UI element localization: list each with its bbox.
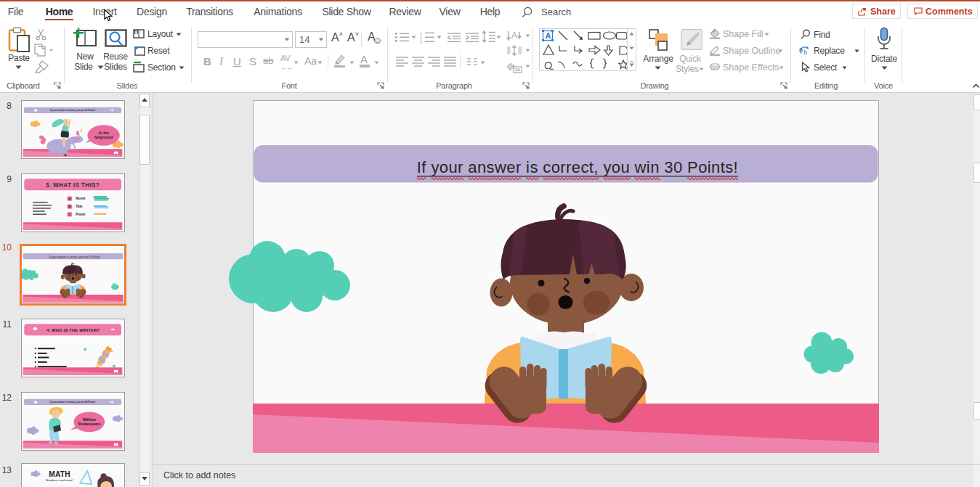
svg-text:C: C [68,213,70,216]
svg-text:4. WHO IS THE WRITER?: 4. WHO IS THE WRITER? [46,328,100,332]
svg-text:B: B [68,205,70,208]
svg-text:3: 3 [420,40,423,44]
svg-text:MATH: MATH [49,470,70,478]
svg-text:Poem: Poem [76,213,85,216]
svg-text:William: William [83,417,96,422]
svg-text:A: A [511,30,517,41]
svg-text:A: A [546,31,551,40]
svg-text:b: b [803,49,807,56]
svg-text:At the: At the [98,131,108,135]
svg-text:Novel: Novel [76,197,85,200]
svg-text:Tale: Tale [76,205,83,208]
svg-text:A: A [68,197,70,200]
svg-text:Numbers and more!: Numbers and more! [46,478,73,482]
svg-text:If your answer is correct, you: If your answer is correct, you win 40 Po… [50,401,96,404]
svg-text:3. WHAT IS THIS?: 3. WHAT IS THIS? [46,182,100,189]
svg-text:fairground: fairground [94,135,113,139]
svg-text:Shakespeare: Shakespeare [78,422,100,426]
svg-text:If your answer is correct, you: If your answer is correct, you win 30 Po… [50,109,96,112]
